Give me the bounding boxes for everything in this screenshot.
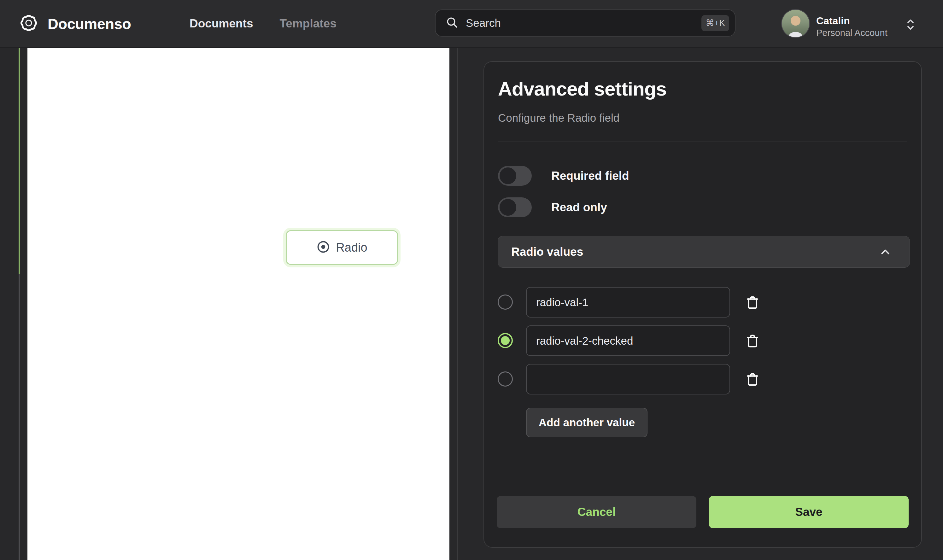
required-field-label: Required field (551, 169, 629, 183)
required-field-row: Required field (498, 166, 629, 186)
brand[interactable]: Documenso (19, 0, 131, 47)
search-icon (446, 16, 458, 30)
radio-field-on-page[interactable]: Radio (286, 230, 398, 265)
user-name: Catalin (816, 15, 850, 27)
radio-field-label: Radio (336, 241, 367, 254)
read-only-row: Read only (498, 197, 607, 217)
radio-value-input-1[interactable] (526, 287, 730, 317)
chevron-up-icon (878, 245, 892, 258)
top-navbar: Documenso Documents Templates Search ⌘+K… (0, 0, 943, 48)
avatar[interactable] (781, 9, 810, 38)
radio-values-label: Radio values (511, 245, 583, 258)
divider (498, 142, 908, 142)
panel-title: Advanced settings (498, 78, 666, 100)
required-field-toggle[interactable] (498, 166, 532, 186)
brand-name: Documenso (48, 15, 131, 32)
trash-icon (745, 372, 760, 386)
panel-subtitle: Configure the Radio field (498, 112, 619, 124)
read-only-toggle[interactable] (498, 197, 532, 217)
radio-value-row (484, 364, 923, 394)
radio-value-input-3[interactable] (526, 364, 730, 394)
nav-documents[interactable]: Documents (189, 17, 253, 30)
radio-values-section-header[interactable]: Radio values (498, 236, 910, 268)
delete-value-button-3[interactable] (742, 369, 763, 390)
nav-templates[interactable]: Templates (280, 17, 336, 30)
main-nav: Documents Templates (189, 0, 337, 47)
toggle-thumb (500, 168, 516, 184)
search-placeholder: Search (466, 17, 501, 29)
radio-circle-icon (316, 240, 330, 255)
radio-value-input-2[interactable] (526, 325, 730, 356)
advanced-settings-panel: Advanced settings Configure the Radio fi… (483, 61, 922, 548)
search-input[interactable]: Search ⌘+K (435, 9, 735, 37)
radio-option-3[interactable] (498, 371, 513, 386)
documenso-app: Documenso Documents Templates Search ⌘+K… (0, 0, 943, 560)
panel-divider-line (457, 48, 458, 560)
documenso-logo-icon (19, 14, 38, 34)
trash-icon (745, 334, 760, 348)
add-another-value-button[interactable]: Add another value (526, 408, 648, 437)
cancel-button[interactable]: Cancel (497, 496, 696, 528)
page-scroll-indicator[interactable] (18, 48, 20, 274)
save-button[interactable]: Save (709, 496, 909, 528)
delete-value-button-1[interactable] (742, 292, 763, 313)
radio-option-2[interactable] (498, 333, 513, 348)
search-shortcut-badge: ⌘+K (701, 15, 729, 31)
page-scroll-track[interactable] (18, 274, 20, 560)
delete-value-button-2[interactable] (742, 331, 763, 351)
user-account-type: Personal Account (816, 28, 888, 38)
document-page (28, 48, 449, 560)
read-only-label: Read only (551, 201, 607, 214)
radio-value-row (484, 325, 923, 356)
radio-option-1[interactable] (498, 294, 513, 310)
trash-icon (745, 295, 760, 310)
account-selector-icon[interactable] (905, 18, 917, 33)
radio-value-row (484, 287, 923, 317)
toggle-thumb (500, 199, 516, 216)
